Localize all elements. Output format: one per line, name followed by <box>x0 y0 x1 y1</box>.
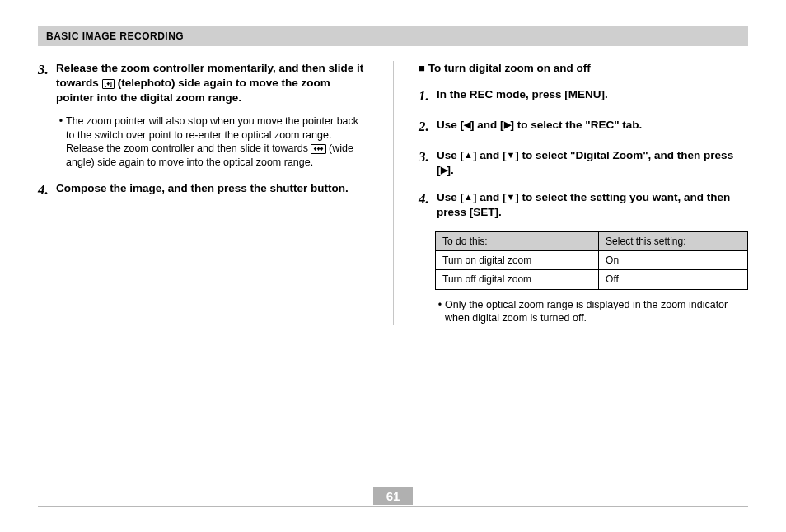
table-header-row: To do this: Select this setting: <box>436 231 748 250</box>
step-text: In the REC mode, press [MENU]. <box>437 87 748 106</box>
column-divider <box>393 61 394 325</box>
bullet-item: • The zoom pointer will also stop when y… <box>56 114 367 170</box>
step-text: Compose the image, and then press the sh… <box>56 181 367 200</box>
square-bullet-icon: ■ <box>419 62 425 74</box>
text-part: ] and [ <box>473 191 507 203</box>
telephoto-icon: [♦] <box>102 79 115 89</box>
table-row: Turn on digital zoom On <box>436 251 748 270</box>
table-cell: Turn on digital zoom <box>436 251 599 270</box>
left-arrow-icon: ◀ <box>464 119 470 129</box>
footnote-text: Only the optical zoom range is displayed… <box>445 298 748 326</box>
wideangle-icon: ♦♦♦ <box>311 144 325 154</box>
bullet-text: The zoom pointer will also stop when you… <box>66 114 367 170</box>
step-text: Use [▲] and [▼] to select the setting yo… <box>437 190 748 220</box>
text-part: ] and [ <box>473 149 507 161</box>
step-number: 1. <box>419 87 437 106</box>
right-column: ■To turn digital zoom on and off 1. In t… <box>419 61 748 325</box>
right-step-1: 1. In the REC mode, press [MENU]. <box>419 87 748 106</box>
right-step-3: 3. Use [▲] and [▼] to select "Digital Zo… <box>419 148 748 178</box>
step-number: 3. <box>38 61 56 170</box>
section-header: BASIC IMAGE RECORDING <box>38 26 748 46</box>
subheading: ■To turn digital zoom on and off <box>419 61 748 76</box>
section-header-title: BASIC IMAGE RECORDING <box>46 30 184 42</box>
right-step-2: 2. Use [◀] and [▶] to select the "REC" t… <box>419 118 748 137</box>
subheading-text: To turn digital zoom on and off <box>428 62 591 74</box>
text-part: Use [ <box>437 119 464 131</box>
text-part: ] and [ <box>470 119 504 131</box>
content-columns: 3. Release the zoom controller momentari… <box>38 61 748 325</box>
bullet-marker: • <box>56 114 66 170</box>
step-number: 4. <box>38 181 56 200</box>
table-header: To do this: <box>436 231 599 250</box>
right-arrow-icon: ▶ <box>504 119 511 129</box>
left-step-4: 4. Compose the image, and then press the… <box>38 181 367 200</box>
text-part: Use [ <box>437 191 464 203</box>
step-text: Use [◀] and [▶] to select the "REC" tab. <box>437 118 748 137</box>
up-arrow-icon: ▲ <box>464 192 473 202</box>
page-number: 61 <box>373 487 413 505</box>
step-text: Use [▲] and [▼] to select "Digital Zoom"… <box>437 148 748 178</box>
table-cell: Turn off digital zoom <box>436 270 599 289</box>
down-arrow-icon: ▼ <box>506 192 515 202</box>
page: BASIC IMAGE RECORDING 3. Release the zoo… <box>0 0 786 532</box>
footer-rule <box>38 506 748 507</box>
left-column: 3. Release the zoom controller momentari… <box>38 61 367 325</box>
right-arrow-icon: ▶ <box>441 165 447 175</box>
right-step-4: 4. Use [▲] and [▼] to select the setting… <box>419 190 748 220</box>
table-cell: Off <box>599 270 748 289</box>
step-number: 2. <box>419 118 437 137</box>
text-part: ] to select the "REC" tab. <box>511 119 643 131</box>
step-number: 3. <box>419 148 437 178</box>
up-arrow-icon: ▲ <box>464 150 473 160</box>
left-step-3: 3. Release the zoom controller momentari… <box>38 61 367 170</box>
table-cell: On <box>599 251 748 270</box>
step-number: 4. <box>419 190 437 220</box>
bullet-marker: • <box>435 298 445 326</box>
settings-table: To do this: Select this setting: Turn on… <box>435 231 748 290</box>
down-arrow-icon: ▼ <box>506 150 515 160</box>
text-part: ]. <box>447 164 454 176</box>
table-row: Turn off digital zoom Off <box>436 270 748 289</box>
footnote-bullet: • Only the optical zoom range is display… <box>435 298 748 326</box>
step-body: Release the zoom controller momentarily,… <box>56 61 367 170</box>
footer: 61 <box>38 477 748 507</box>
step-text: Release the zoom controller momentarily,… <box>56 62 363 104</box>
table-header: Select this setting: <box>599 231 748 250</box>
text-part: Use [ <box>437 149 464 161</box>
